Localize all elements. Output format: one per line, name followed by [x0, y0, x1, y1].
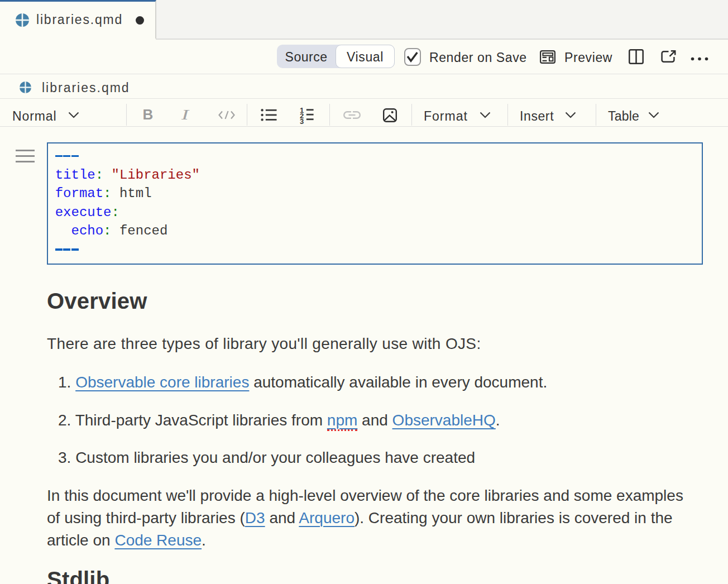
- svg-text:3: 3: [300, 117, 304, 125]
